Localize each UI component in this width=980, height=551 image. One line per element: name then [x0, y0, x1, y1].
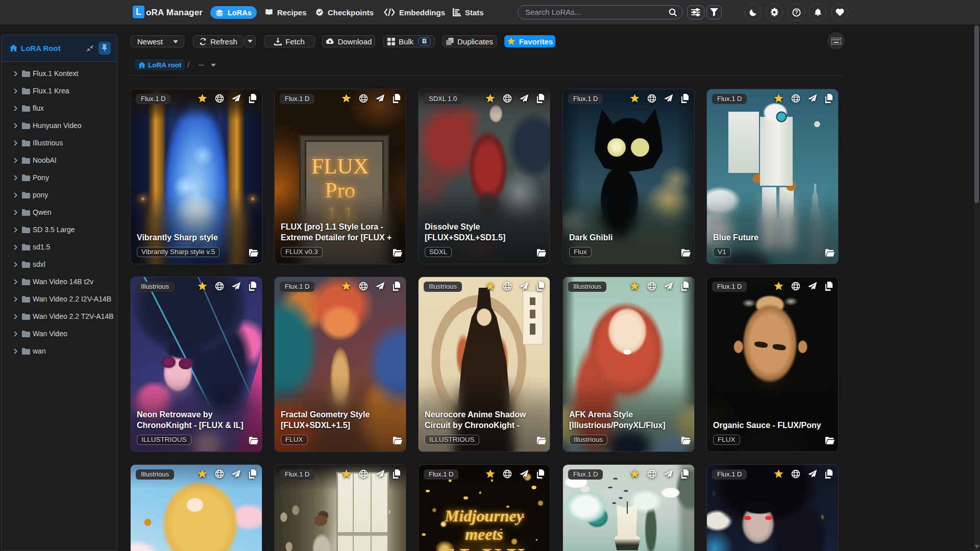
svg-text:?: ?: [795, 10, 798, 15]
